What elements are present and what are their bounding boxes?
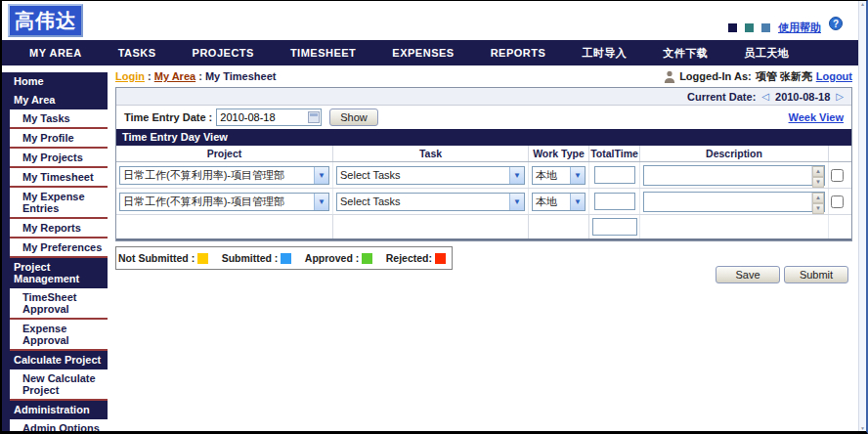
week-view-link[interactable]: Week View [789,111,844,123]
sidebar-item[interactable]: My Timesheet [10,168,108,188]
decoration-square-2 [745,23,754,32]
sidebar-section-header[interactable]: Calculate Project [10,351,108,369]
total-time-input[interactable] [594,166,635,184]
current-date-value: 2010-08-18 [775,91,830,103]
sidebar-item[interactable]: My Reports [10,219,108,239]
table-column-header: Work Type [529,146,589,161]
scroll-down-icon[interactable]: ▼ [812,177,824,188]
top-bar: 高伟达 使用帮助 ? [2,1,866,40]
sidebar-item[interactable]: Expense Approval [10,320,108,351]
description-textarea[interactable]: ▲ ▼ [643,192,825,212]
previous-day-icon[interactable]: ◁ [761,91,769,102]
row-checkbox[interactable] [831,195,844,208]
breadcrumb-separator: : [148,70,152,82]
app-window: 高伟达 使用帮助 ? MY AREATASKSPROJECTSTIMESHEET… [0,0,868,434]
table-column-header: Description [640,146,829,161]
day-view-table: ProjectTaskWork TypeTotalTimeDescription… [116,146,851,240]
sidebar-item[interactable]: My Tasks [10,109,108,129]
project-select[interactable]: 日常工作(不算利用率)-项目管理部 ▼ [119,166,329,185]
scroll-up-icon[interactable]: ▲ [812,166,824,177]
current-date-row: Current Date: ◁ 2010-08-18 ▷ [116,88,851,106]
task-select[interactable]: Select Tasks ▼ [336,193,525,211]
description-textarea[interactable]: ▲ ▼ [643,165,825,186]
nav-item[interactable]: EXPENSES [392,47,454,59]
submit-button[interactable]: Submit [784,266,848,283]
nav-item[interactable]: 员工天地 [744,46,789,61]
nav-item[interactable]: TIMESHEET [290,47,356,59]
sidebar-section-header[interactable]: Project Management [10,258,108,288]
help-link[interactable]: 使用帮助 [778,21,821,35]
show-button[interactable]: Show [329,108,378,126]
scrollbar-down-icon[interactable]: ▼ [860,425,865,431]
work-type-select[interactable]: 本地 ▼ [532,166,586,185]
chevron-down-icon: ▼ [509,194,524,210]
legend-color-swatch [435,253,446,264]
chevron-down-icon: ▼ [570,167,585,184]
sidebar-section-header[interactable]: Home [10,72,108,91]
timesheet-panel: Current Date: ◁ 2010-08-18 ▷ Time Entry … [115,87,852,241]
sidebar-item[interactable]: My Expense Entries [10,188,108,219]
status-legend: Not Submitted : Submitted : Approved : R… [115,246,453,270]
nav-item[interactable]: 文件下载 [663,46,708,61]
legend-item: Submitted : [222,253,292,264]
scrollbar-up-icon[interactable]: ▲ [860,1,865,7]
table-column-header: Task [333,146,529,161]
legend-label: Approved : [305,253,359,264]
current-date-label: Current Date: [687,91,756,103]
day-view-title: Time Entry Day View [116,129,851,146]
scroll-down-icon[interactable]: ▼ [812,203,824,214]
next-day-icon[interactable]: ▷ [836,91,844,102]
total-row [116,215,851,239]
grand-total-time-input[interactable] [592,218,637,236]
sidebar-section-header[interactable]: Administration [10,401,108,419]
legend-label: Rejected: [386,253,432,264]
chevron-down-icon: ▼ [314,194,328,210]
logged-in-username: 项管 张新亮 [756,69,812,84]
breadcrumb: Login : My Area : My Timesheet [115,70,276,82]
chevron-down-icon: ▼ [570,194,585,210]
nav-item[interactable]: REPORTS [491,47,546,59]
time-entry-date-input[interactable] [216,108,322,126]
sidebar-item[interactable]: Admin Options [10,419,108,434]
help-icon[interactable]: ? [829,17,843,30]
work-type-select[interactable]: 本地 ▼ [532,193,586,211]
legend-item: Approved : [305,253,372,264]
sidebar-item[interactable]: New Calculate Project [10,369,108,401]
nav-item[interactable]: 工时导入 [582,46,627,61]
vertical-scrollbar[interactable]: ▲ ▼ [858,1,866,431]
timesheet-entry-row: 日常工作(不算利用率)-项目管理部 ▼ Select Tasks ▼ 本地 [116,189,851,215]
chevron-down-icon: ▼ [314,167,328,184]
table-column-header: Project [116,146,333,161]
sidebar-section-header[interactable]: My Area [10,91,108,109]
nav-item[interactable]: PROJECTS [193,47,254,59]
decoration-square-1 [728,23,737,32]
legend-label: Submitted : [222,253,279,264]
logged-in-label: Logged-In As: [679,70,752,82]
sidebar-item[interactable]: My Projects [10,149,108,168]
logout-link[interactable]: Logout [816,70,852,82]
row-checkbox[interactable] [831,169,844,182]
scroll-up-icon[interactable]: ▲ [812,193,824,203]
nav-item[interactable]: MY AREA [29,47,82,59]
logged-in-area: Logged-In As: 项管 张新亮 Logout [664,69,852,84]
table-header-row: ProjectTaskWork TypeTotalTimeDescription [116,146,851,162]
legend-item: Not Submitted : [118,253,208,264]
time-entry-date-row: Time Entry Date : Show Week View [116,106,851,129]
task-select[interactable]: Select Tasks ▼ [336,166,525,185]
calendar-icon[interactable] [308,111,320,123]
nav-item[interactable]: TASKS [118,47,156,59]
sidebar-item[interactable]: My Preferences [10,239,108,258]
legend-color-swatch [281,253,291,264]
sidebar: HomeMy AreaMy TasksMy ProfileMy Projects… [2,72,108,432]
breadcrumb-login-link[interactable]: Login [115,70,145,82]
main-nav: MY AREATASKSPROJECTSTIMESHEETEXPENSESREP… [2,40,866,65]
legend-item: Rejected: [386,253,446,264]
total-time-input[interactable] [594,193,635,210]
save-button[interactable]: Save [716,266,780,283]
sidebar-item[interactable]: TimeSheet Approval [10,288,108,320]
project-select[interactable]: 日常工作(不算利用率)-项目管理部 ▼ [119,193,329,211]
legend-label: Not Submitted : [118,253,195,264]
sidebar-item[interactable]: My Profile [10,129,108,149]
legend-color-swatch [197,253,208,264]
breadcrumb-myarea-link[interactable]: My Area [154,70,195,82]
